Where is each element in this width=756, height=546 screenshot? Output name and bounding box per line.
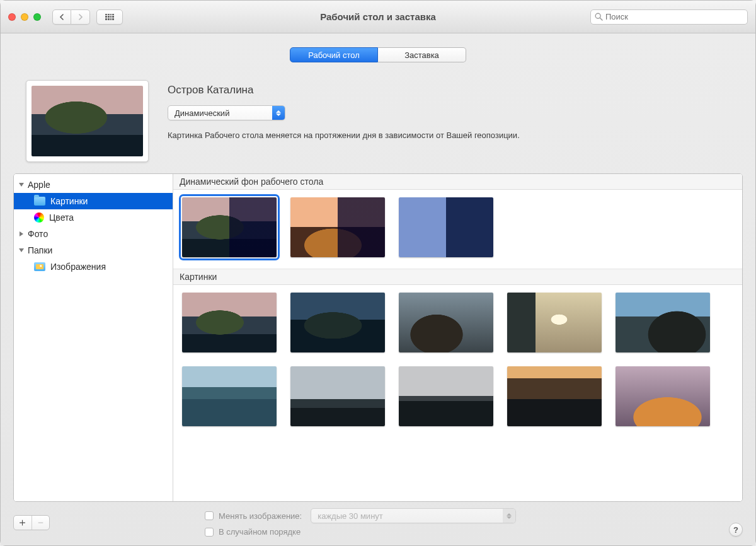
disclosure-triangle-icon (20, 231, 23, 236)
disclosure-triangle-icon (19, 248, 24, 252)
pictures-thumbs (173, 285, 742, 438)
wallpaper-thumb[interactable] (290, 293, 385, 352)
sidebar-label: Изображения (50, 262, 106, 272)
forward-button[interactable] (71, 9, 90, 25)
help-button[interactable]: ? (729, 523, 743, 537)
close-window-button[interactable] (8, 13, 16, 21)
chevron-left-icon (59, 14, 65, 20)
random-order-label: В случайном порядке (219, 527, 301, 537)
sidebar-label: Папки (28, 245, 52, 255)
wallpaper-thumb[interactable] (399, 293, 493, 352)
add-folder-button[interactable]: ＋ (14, 516, 32, 530)
stepper-icon (503, 509, 515, 523)
section-header-pictures: Картинки (173, 269, 742, 285)
sidebar-item-desktop-pictures[interactable]: Картинки (14, 193, 173, 209)
change-interval-value: каждые 30 минут (311, 511, 503, 521)
wallpaper-thumb[interactable] (290, 197, 385, 257)
sidebar-label: Цвета (49, 212, 74, 223)
appearance-mode-value: Динамический (168, 108, 272, 118)
color-wheel-icon (34, 212, 44, 223)
add-remove-folder: ＋ － (13, 515, 50, 530)
wallpaper-thumb[interactable] (399, 366, 493, 426)
question-mark-icon: ? (733, 525, 738, 535)
change-picture-checkbox[interactable] (205, 511, 214, 520)
current-wallpaper-preview (26, 80, 149, 162)
minimize-window-button[interactable] (21, 13, 28, 21)
tab-screensaver[interactable]: Заставка (378, 47, 466, 62)
window-controls (8, 13, 41, 21)
source-sidebar[interactable]: Apple Картинки Цвета Фото Папки (14, 174, 173, 501)
dynamic-thumbs (173, 190, 742, 269)
wallpaper-thumb[interactable] (182, 366, 277, 426)
sidebar-label: Картинки (50, 196, 88, 206)
toolbar: Рабочий стол и заставка (1, 1, 755, 33)
search-field[interactable] (590, 9, 748, 25)
sidebar-group-photos[interactable]: Фото (14, 226, 173, 242)
sidebar-label: Apple (28, 180, 50, 190)
sidebar-group-folders[interactable]: Папки (14, 242, 173, 258)
folder-icon (34, 197, 45, 206)
random-order-checkbox[interactable] (205, 528, 214, 537)
sidebar-label: Фото (28, 229, 48, 239)
sidebar-group-apple[interactable]: Apple (14, 177, 173, 193)
wallpaper-thumb[interactable] (182, 293, 277, 352)
wallpaper-name: Остров Каталина (168, 84, 743, 96)
chevron-right-icon (77, 14, 84, 20)
nav-buttons (52, 9, 90, 25)
appearance-mode-select[interactable]: Динамический (168, 105, 285, 120)
section-header-dynamic: Динамический фон рабочего стола (173, 174, 742, 190)
content-area: Рабочий стол Заставка Остров Каталина Ди… (1, 33, 755, 545)
change-interval-select[interactable]: каждые 30 минут (311, 508, 516, 523)
wallpaper-thumb[interactable] (616, 293, 710, 352)
sidebar-item-images-folder[interactable]: Изображения (14, 258, 173, 275)
zoom-window-button[interactable] (33, 13, 41, 21)
tab-desktop[interactable]: Рабочий стол (290, 47, 378, 62)
wallpaper-thumb[interactable] (182, 197, 277, 257)
wallpaper-thumb[interactable] (507, 366, 602, 426)
current-wallpaper-row: Остров Каталина Динамический Картинка Ра… (26, 80, 743, 162)
disclosure-triangle-icon (19, 183, 24, 187)
change-picture-row: Менять изображение: каждые 30 минут (205, 508, 516, 523)
wallpaper-thumb[interactable] (507, 293, 602, 352)
wallpaper-browser: Apple Картинки Цвета Фото Папки (13, 173, 743, 502)
search-input[interactable] (605, 12, 743, 21)
grid-icon (105, 14, 114, 20)
prefs-window: Рабочий стол и заставка Рабочий стол Зас… (0, 0, 756, 546)
bottom-bar: ＋ － Менять изображение: каждые 30 минут (13, 508, 743, 537)
search-icon (595, 13, 603, 21)
stepper-icon (272, 106, 285, 120)
wallpaper-meta: Остров Каталина Динамический Картинка Ра… (168, 80, 743, 140)
show-all-button[interactable] (96, 9, 123, 25)
sidebar-item-colors[interactable]: Цвета (14, 209, 173, 226)
wallpaper-image (32, 86, 143, 156)
svg-line-1 (600, 18, 602, 20)
wallpaper-thumb[interactable] (290, 366, 385, 426)
thumbnail-gallery[interactable]: Динамический фон рабочего стола Картинки (173, 174, 742, 501)
change-picture-label: Менять изображение: (219, 511, 302, 521)
random-order-row: В случайном порядке (205, 527, 516, 537)
wallpaper-thumb[interactable] (616, 366, 710, 426)
change-options: Менять изображение: каждые 30 минут В сл… (205, 508, 516, 537)
tab-bar: Рабочий стол Заставка (13, 47, 743, 62)
back-button[interactable] (52, 9, 71, 25)
remove-folder-button[interactable]: － (32, 516, 50, 530)
wallpaper-description: Картинка Рабочего стола меняется на прот… (168, 131, 743, 140)
folder-icon (34, 262, 45, 271)
wallpaper-thumb[interactable] (399, 197, 493, 257)
